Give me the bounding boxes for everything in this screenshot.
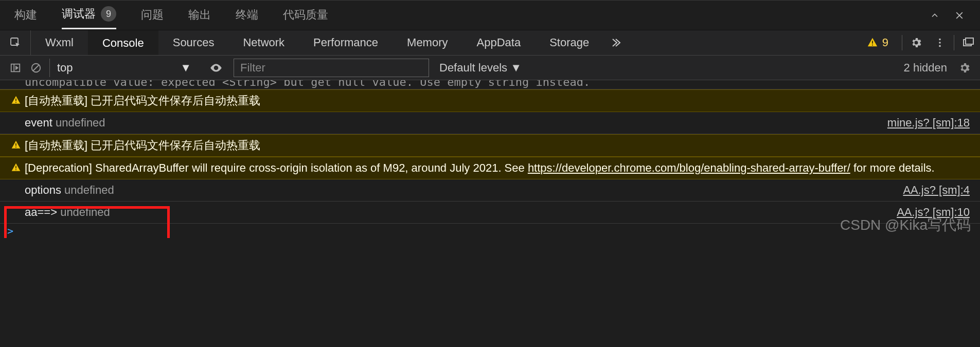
toggle-console-sidebar-icon[interactable]: [5, 62, 26, 74]
log-text: [Deprecation] SharedArrayBuffer will req…: [25, 161, 528, 174]
log-row[interactable]: event undefined mine.js? [sm]:18: [0, 112, 980, 134]
log-text: options: [25, 184, 64, 196]
svg-point-7: [939, 45, 941, 47]
settings-icon[interactable]: [904, 36, 928, 49]
tab-terminal[interactable]: 终端: [236, 2, 258, 29]
warning-icon: [7, 93, 25, 105]
log-text: 已开启代码文件保存后自动热重载: [87, 139, 260, 152]
svg-rect-19: [15, 166, 16, 169]
svg-rect-15: [15, 99, 16, 101]
log-text-tail: for more details.: [850, 161, 935, 174]
tab-memory[interactable]: Memory: [393, 30, 462, 55]
tab-wxml[interactable]: Wxml: [31, 30, 88, 55]
svg-point-6: [939, 42, 941, 44]
hidden-messages-label[interactable]: 2 hidden: [904, 61, 947, 75]
execution-context-value: top: [57, 61, 73, 75]
tab-performance[interactable]: Performance: [299, 30, 393, 55]
tab-output[interactable]: 输出: [188, 2, 211, 29]
debugger-count-badge: 9: [101, 6, 116, 22]
console-filter-input[interactable]: [234, 59, 429, 77]
log-value: undefined: [56, 116, 105, 129]
console-toolbar: top ▼ Default levels ▼ 2 hidden: [0, 56, 980, 80]
svg-rect-17: [15, 143, 16, 146]
devtools-tabs: Wxml Console Sources Network Performance…: [0, 30, 980, 56]
tab-debugger[interactable]: 调试器 9: [62, 1, 116, 29]
console-settings-icon[interactable]: [954, 62, 975, 74]
warnings-count: 9: [882, 36, 888, 49]
truncated-log-row: uncompatible value: expected <String> bu…: [0, 80, 980, 89]
warning-icon: [7, 160, 25, 173]
inspect-element-icon[interactable]: [0, 30, 31, 55]
log-source-link[interactable]: AA.js? [sm]:10: [897, 205, 970, 220]
svg-rect-20: [15, 169, 16, 170]
log-row[interactable]: [自动热重载] 已开启代码文件保存后自动热重载: [0, 89, 980, 112]
tab-console[interactable]: Console: [88, 30, 158, 55]
close-panel-icon[interactable]: [949, 5, 970, 26]
tab-debugger-label: 调试器: [62, 6, 96, 22]
svg-point-5: [939, 39, 941, 41]
svg-rect-9: [966, 38, 973, 44]
log-text: aa==>: [25, 206, 60, 218]
svg-rect-3: [872, 41, 873, 44]
collapse-panel-icon[interactable]: [924, 5, 945, 26]
tab-build[interactable]: 构建: [14, 2, 37, 29]
console-log-list: uncompatible value: expected <String> bu…: [0, 80, 980, 238]
more-tabs-icon[interactable]: [603, 36, 627, 49]
kebab-menu-icon[interactable]: [928, 37, 952, 48]
deprecation-link[interactable]: https://developer.chrome.com/blog/enabli…: [528, 161, 850, 174]
log-row[interactable]: options undefined AA.js? [sm]:4: [0, 179, 980, 202]
log-level-selector[interactable]: Default levels ▼: [439, 61, 522, 75]
tab-storage[interactable]: Storage: [535, 30, 603, 55]
log-row[interactable]: [自动热重载] 已开启代码文件保存后自动热重载: [0, 134, 980, 157]
log-tag: [自动热重载]: [25, 94, 87, 107]
log-text: 已开启代码文件保存后自动热重载: [87, 94, 260, 107]
log-source-link[interactable]: AA.js? [sm]:4: [903, 182, 970, 198]
log-value: undefined: [60, 206, 110, 218]
log-value: undefined: [64, 184, 114, 196]
log-text: event: [25, 116, 56, 129]
clear-console-icon[interactable]: [26, 62, 46, 74]
panel-top-tabs: 构建 调试器 9 问题 输出 终端 代码质量: [0, 0, 980, 30]
svg-marker-12: [16, 66, 18, 69]
chevron-down-icon: ▼: [180, 61, 191, 75]
log-source-link[interactable]: mine.js? [sm]:18: [887, 115, 970, 131]
tab-appdata[interactable]: AppData: [462, 30, 536, 55]
tab-issues[interactable]: 问题: [141, 2, 164, 29]
dock-side-icon[interactable]: [956, 36, 980, 49]
svg-rect-4: [872, 45, 873, 46]
tab-network[interactable]: Network: [228, 30, 299, 55]
svg-line-14: [33, 65, 39, 70]
log-row[interactable]: aa==> undefined AA.js? [sm]:10: [0, 202, 980, 224]
log-tag: [自动热重载]: [25, 139, 87, 152]
log-row[interactable]: [Deprecation] SharedArrayBuffer will req…: [0, 157, 980, 179]
svg-rect-16: [15, 102, 16, 103]
svg-rect-18: [15, 147, 16, 148]
warning-icon: [7, 138, 25, 150]
tab-code-quality[interactable]: 代码质量: [283, 2, 328, 29]
warnings-badge[interactable]: 9: [867, 36, 888, 49]
live-expression-icon[interactable]: [206, 61, 226, 75]
console-prompt[interactable]: >: [0, 224, 980, 238]
execution-context-selector[interactable]: top ▼: [49, 59, 199, 77]
tab-sources[interactable]: Sources: [158, 30, 229, 55]
